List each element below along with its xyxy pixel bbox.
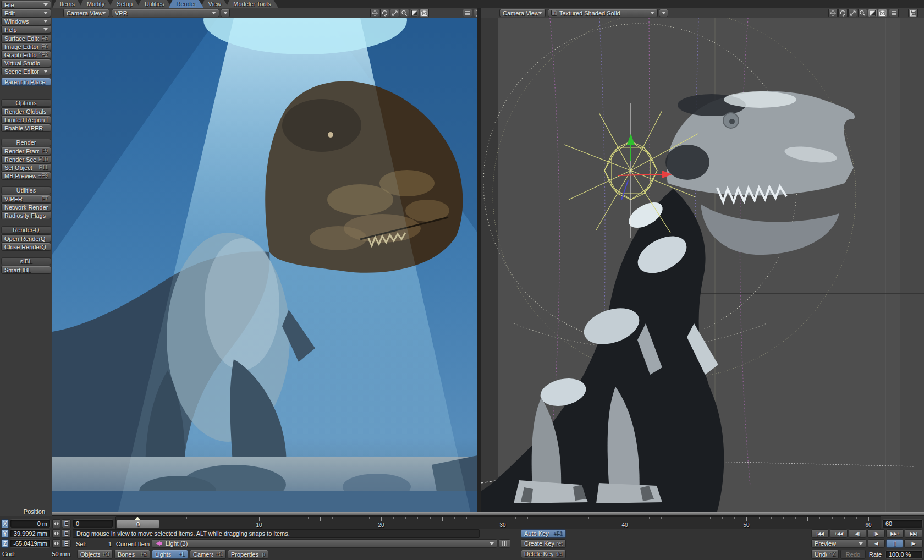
render-globals-button[interactable]: Render Globals (1, 107, 51, 116)
step-forward-button[interactable]: ||▶ (867, 529, 885, 538)
graph-editor-button[interactable]: Graph Editor^F2 (1, 51, 51, 59)
render-mode-dropdown[interactable]: VPR (112, 9, 219, 17)
render-mode-dropdown[interactable]: T Textured Shaded Solid (548, 9, 658, 17)
left-viewport-scene[interactable] (52, 18, 477, 512)
tick-label: 60 (865, 522, 871, 528)
axis-z-label[interactable]: Z (1, 539, 9, 548)
tab-setup[interactable]: Setup (109, 0, 140, 8)
pan-view-button[interactable] (828, 9, 838, 17)
preview-dropdown[interactable]: Preview (811, 539, 866, 548)
y-stepper[interactable] (52, 529, 61, 538)
menu-edit[interactable]: Edit (1, 9, 51, 17)
play-forward-button[interactable]: ▶ (904, 539, 923, 548)
zoom-view-button[interactable] (390, 9, 399, 17)
view-type-dropdown[interactable]: Camera View (63, 9, 109, 17)
current-item-dropdown[interactable]: Light (3) (152, 539, 497, 548)
render-scene-button[interactable]: Render SceneF10 (1, 155, 51, 163)
camera-view-button[interactable] (878, 9, 887, 17)
minmax-viewport-button[interactable] (868, 9, 877, 17)
chevron-down-icon (43, 70, 48, 73)
smart-ibl-button[interactable]: Smart IBL (1, 266, 51, 274)
limited-region-button[interactable]: Limited Regionl (1, 116, 51, 124)
parent-in-place-button[interactable]: Parent in Place (1, 78, 51, 86)
go-end-button[interactable]: ▶▶| (905, 529, 922, 538)
minmax-viewport-button[interactable] (410, 9, 419, 17)
scene-editor-button[interactable]: Scene Editor (1, 67, 51, 75)
magnify-button[interactable] (858, 9, 867, 17)
section-header-sibl: sIBL (1, 257, 51, 265)
viper-button[interactable]: VIPERF7 (1, 195, 51, 203)
surface-editor-button[interactable]: Surface EditorF5 (1, 34, 51, 42)
objects-button[interactable]: Objects+O (77, 550, 113, 559)
create-key-button[interactable]: Create Keyret (521, 539, 566, 548)
tab-items[interactable]: Items (52, 0, 82, 8)
open-renderq-button[interactable]: Open RenderQ (1, 234, 51, 243)
tab-render[interactable]: Render (169, 0, 204, 8)
properties-button[interactable]: Propertiesp (228, 550, 268, 559)
tab-utilities[interactable]: Utilities (137, 0, 172, 8)
x-envelope-button[interactable]: E (62, 519, 71, 528)
cameras-button[interactable]: Cameras+C (190, 550, 226, 559)
enable-viper-button[interactable]: Enable VIPER (1, 124, 51, 132)
zoom-icon (849, 10, 856, 17)
timeline-ruler[interactable]: 10 20 30 40 50 60 0 (116, 516, 881, 529)
y-envelope-button[interactable]: E (62, 529, 71, 538)
axis-y-label[interactable]: Y (1, 529, 9, 538)
rate-field[interactable]: 100.0 % (886, 550, 923, 559)
pan-view-button[interactable] (370, 9, 380, 17)
go-start-button[interactable]: |◀◀ (811, 529, 829, 538)
viewport-options-dropdown[interactable] (659, 9, 668, 17)
redo-button[interactable]: Redo (840, 550, 866, 559)
camera-view-button[interactable] (420, 9, 429, 17)
image-editor-button[interactable]: Image EditorF6 (1, 42, 51, 51)
rotate-view-button[interactable] (838, 9, 848, 17)
lights-button[interactable]: Lights+L (152, 550, 188, 559)
view-type-dropdown[interactable]: Camera View (499, 9, 546, 17)
menu-help[interactable]: Help (1, 25, 51, 34)
pause-button[interactable]: || (886, 539, 903, 548)
mb-preview-button[interactable]: MB Preview+F9 (1, 172, 51, 180)
auto-key-button[interactable]: Auto Key+F1 (521, 529, 566, 538)
render-frame-button[interactable]: Render FrameF9 (1, 147, 51, 155)
grid-value: 50 mm (28, 551, 70, 557)
sel-object-button[interactable]: Sel ObjectF11 (1, 163, 51, 172)
viewport-layout-button[interactable] (908, 9, 918, 17)
viewport-list-button[interactable] (463, 9, 472, 17)
magnify-button[interactable] (400, 9, 409, 17)
next-key-button[interactable]: ▶▶+ (886, 529, 904, 538)
position-y-field[interactable]: 39.9992 mm (10, 529, 51, 538)
frame-field[interactable]: 0 (73, 519, 113, 528)
zoom-view-button[interactable] (848, 9, 857, 17)
chevron-down-icon (650, 12, 654, 14)
menu-file[interactable]: File (1, 1, 51, 9)
tick-label: 30 (499, 522, 505, 528)
undo-button[interactable]: Undo^Z (811, 550, 839, 559)
axis-x-label[interactable]: X (1, 519, 9, 528)
bones-button[interactable]: Bones+B (114, 550, 150, 559)
viewport-list-button[interactable] (889, 9, 899, 17)
radiosity-flags-button[interactable]: Radiosity Flags (1, 211, 51, 219)
position-z-field[interactable]: -65.0419mm (10, 539, 51, 548)
menu-windows[interactable]: Windows (1, 17, 51, 25)
z-envelope-button[interactable]: E (62, 539, 71, 548)
end-frame-field[interactable]: 60 (882, 519, 923, 528)
viewport-options-dropdown[interactable] (221, 9, 230, 17)
z-stepper[interactable] (52, 539, 61, 548)
delete-key-button[interactable]: Delete Keydel (521, 550, 566, 558)
rotate-view-button[interactable] (380, 9, 389, 17)
prev-key-button[interactable]: +◀◀ (830, 529, 848, 538)
right-viewport-scene[interactable] (481, 18, 924, 512)
x-stepper[interactable] (52, 519, 61, 528)
close-renderq-button[interactable]: Close RenderQ (1, 243, 51, 251)
tab-modeler-tools[interactable]: Modeler Tools (226, 0, 278, 8)
item-list-button[interactable] (499, 539, 510, 548)
tab-view[interactable]: View (201, 0, 229, 8)
position-x-field[interactable]: 0 m (10, 519, 51, 528)
tab-modify[interactable]: Modify (79, 0, 112, 8)
tick-label: 20 (378, 522, 384, 528)
virtual-studio-button[interactable]: Virtual Studio (1, 59, 51, 67)
network-render-button[interactable]: Network Render (1, 203, 51, 211)
play-reverse-button[interactable]: ◀ (868, 539, 885, 548)
step-back-button[interactable]: ◀|| (849, 529, 866, 538)
frame-slider-handle[interactable]: 0 (117, 519, 160, 529)
